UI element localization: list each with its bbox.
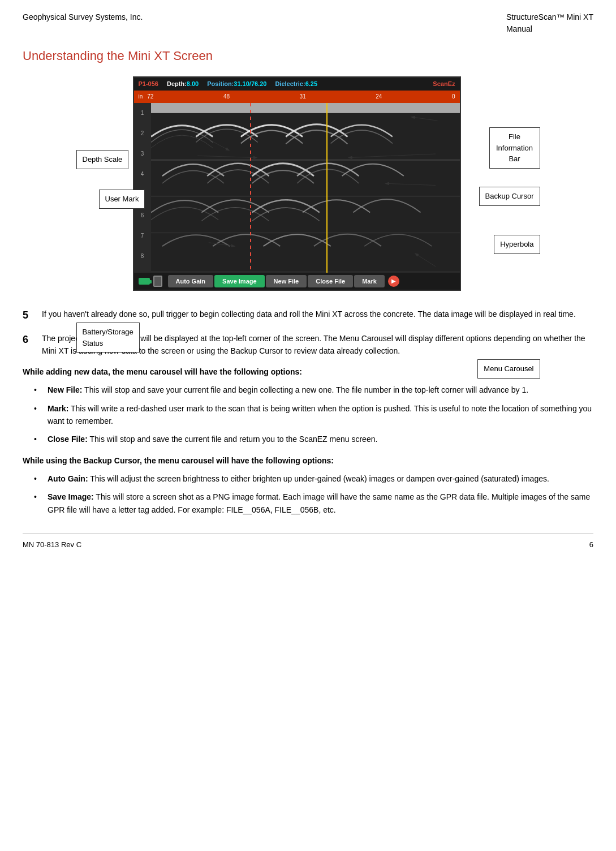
adding-new-data-list: New File: This will stop and save your c…	[34, 384, 593, 446]
depth-num-7: 7	[141, 231, 144, 252]
company-name: Geophysical Survey Systems, Inc.	[23, 11, 143, 35]
diagram-area: Depth Scale FileInformationBar P1-056 De…	[23, 76, 593, 291]
depth-num-4: 4	[141, 170, 144, 190]
page-title: Understanding the Mini XT Screen	[23, 46, 593, 65]
ruler-mark: 72	[147, 92, 153, 101]
backup-cursor-title: While using the Backup Cursor, the menu …	[23, 455, 593, 467]
backup-cursor-list: Auto Gain: This will adjust the screen b…	[34, 472, 593, 516]
list-item-new-file: New File: This will stop and save your c…	[34, 384, 593, 396]
depth-num-8: 8	[141, 252, 144, 272]
step-5-text: If you haven't already done so, pull tri…	[42, 308, 576, 323]
svg-rect-2	[151, 159, 460, 161]
page-footer: MN 70-813 Rev C 6	[23, 533, 593, 551]
screen-buttons: Auto Gain Save Image New File Close File…	[134, 273, 460, 290]
position-readout: Position:31.10/76.20	[207, 79, 266, 89]
file-id: P1-056	[139, 79, 158, 89]
step-6-num: 6	[23, 332, 36, 358]
callout-battery: Battery/StorageStatus	[76, 323, 140, 353]
close-file-button[interactable]: Close File	[308, 275, 353, 287]
backup-cursor-line	[326, 103, 328, 273]
list-item-auto-gain: Auto Gain: This will adjust the screen b…	[34, 472, 593, 485]
depth-num-1: 1	[141, 109, 144, 129]
callout-file-info: FileInformationBar	[489, 127, 540, 169]
dielectric-readout: Dielectric:6.25	[275, 79, 317, 89]
mark-button[interactable]: Mark	[354, 275, 385, 287]
step-5: 5 If you haven't already done so, pull t…	[23, 308, 593, 323]
callout-backup-cursor: Backup Cursor	[479, 187, 540, 206]
diagram-wrapper: Depth Scale FileInformationBar P1-056 De…	[76, 76, 540, 291]
depth-num-2: 2	[141, 129, 144, 149]
screen-scan: 1 2 3 4 5 6 7 8	[134, 103, 460, 273]
product-title: StructureScan™ Mini XT Manual	[506, 11, 593, 35]
list-item-mark: Mark: This will write a red-dashed user …	[34, 402, 593, 428]
callout-hyperbola: Hyperbola	[494, 235, 540, 254]
new-file-button[interactable]: New File	[266, 275, 307, 287]
carousel-arrow[interactable]: ▶	[388, 276, 399, 287]
gpr-scan-visualization	[151, 103, 460, 272]
depth-scale-bar: 1 2 3 4 5 6 7 8	[134, 103, 151, 273]
page-header: Geophysical Survey Systems, Inc. Structu…	[23, 11, 593, 35]
callout-menu-carousel: Menu Carousel	[477, 359, 540, 379]
footer-page: 6	[589, 539, 593, 551]
battery-icon	[139, 278, 150, 285]
ruler-unit: in	[139, 92, 143, 101]
svg-rect-3	[151, 195, 460, 196]
auto-gain-button[interactable]: Auto Gain	[168, 275, 214, 287]
scanez-label: ScanEz	[433, 79, 455, 89]
screen-topbar: P1-056 Depth:8.00 Position:31.10/76.20 D…	[134, 78, 460, 91]
step-5-num: 5	[23, 308, 36, 323]
ruler-mark: 0	[452, 92, 455, 101]
list-item-close-file: Close File: This will stop and save the …	[34, 433, 593, 445]
depth-num-6: 6	[141, 211, 144, 231]
list-item-save-image: Save Image: This will store a screen sho…	[34, 491, 593, 516]
ruler-mark: 24	[376, 92, 382, 101]
ruler-mark: 31	[300, 92, 306, 101]
footer-rev: MN 70-813 Rev C	[23, 539, 81, 551]
device-screen: P1-056 Depth:8.00 Position:31.10/76.20 D…	[133, 76, 461, 291]
ruler-mark: 48	[223, 92, 230, 101]
callout-user-mark: User Mark	[99, 190, 145, 209]
ruler-marks: 72 48 31 24 0	[147, 92, 455, 101]
svg-rect-4	[151, 232, 460, 233]
backup-cursor-section: While using the Backup Cursor, the menu …	[23, 455, 593, 516]
save-image-button[interactable]: Save Image	[214, 275, 265, 287]
svg-rect-1	[151, 103, 460, 113]
depth-num-3: 3	[141, 149, 144, 170]
screen-ruler: in 72 48 31 24 0	[134, 91, 460, 103]
user-mark-line	[250, 103, 251, 273]
callout-depth-scale: Depth Scale	[76, 150, 129, 169]
storage-icon	[153, 276, 162, 287]
depth-readout: Depth:8.00	[167, 79, 199, 89]
